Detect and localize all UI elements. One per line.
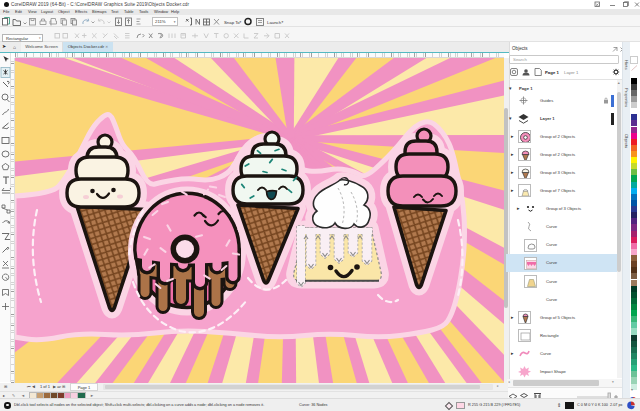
- svg-text:Launch: Launch: [267, 19, 282, 24]
- svg-text:▾: ▾: [282, 20, 284, 24]
- svg-text:Layer 1: Layer 1: [564, 70, 579, 75]
- svg-text:▾: ▾: [240, 20, 242, 24]
- svg-text:Snap To: Snap To: [224, 19, 240, 24]
- svg-text:Page 1: Page 1: [545, 70, 559, 75]
